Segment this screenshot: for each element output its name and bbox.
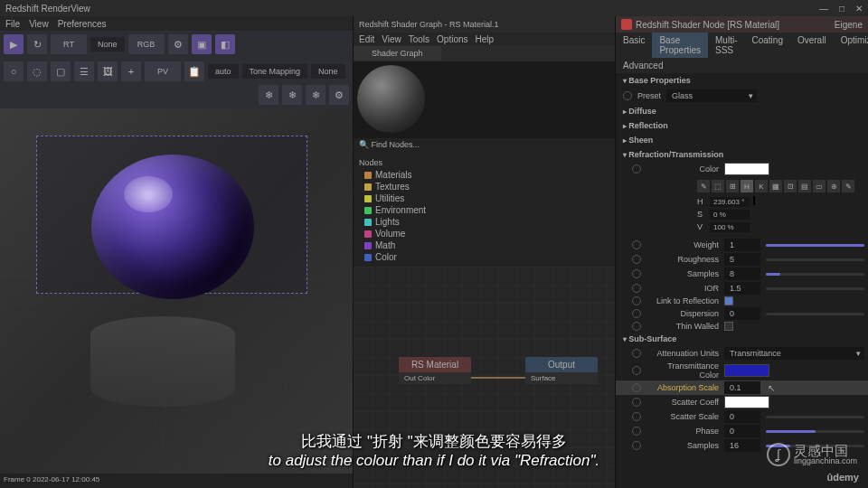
node-category-environment[interactable]: Environment (357, 204, 611, 216)
tab-base-properties[interactable]: Base Properties (652, 33, 708, 58)
h-value[interactable]: 239.603 ° (710, 197, 750, 207)
tab-advanced[interactable]: Advanced (616, 58, 670, 73)
auto-dropdown[interactable]: auto (208, 64, 239, 79)
sg-menu-options[interactable]: Options (437, 34, 467, 44)
close-button[interactable]: ✕ (855, 4, 863, 14)
rt-button[interactable]: RT (51, 34, 87, 54)
scatter-scale-slider[interactable] (766, 416, 864, 418)
region-button[interactable]: ◧ (215, 34, 235, 54)
s-value[interactable]: 0 % (710, 210, 750, 220)
plus-icon[interactable]: + (121, 61, 141, 81)
crop-button[interactable]: ▣ (192, 34, 212, 54)
kf[interactable] (632, 366, 641, 375)
color-mode-button[interactable]: ⊡ (784, 180, 797, 192)
dispersion-slider[interactable] (766, 313, 864, 315)
ior-slider[interactable] (766, 287, 864, 290)
section-sheen[interactable]: Sheen (616, 133, 868, 147)
snowflake-icon[interactable]: ❄ (259, 85, 278, 105)
kf[interactable] (632, 296, 641, 305)
sg-menu-view[interactable]: View (382, 34, 401, 44)
tonemap-dropdown[interactable]: Tone Mapping (242, 64, 308, 79)
samples2-value[interactable]: 16 (724, 439, 760, 452)
maximize-button[interactable]: □ (839, 4, 844, 14)
node-category-color[interactable]: Color (357, 251, 611, 263)
layers-icon[interactable]: ☰ (74, 61, 94, 81)
kf[interactable] (632, 441, 641, 450)
node-category-utilities[interactable]: Utilities (357, 192, 611, 204)
trans-color-swatch[interactable] (724, 364, 769, 377)
play-button[interactable]: ▶ (4, 34, 24, 54)
kf[interactable] (632, 240, 641, 249)
node-output[interactable]: Output Surface (525, 357, 598, 384)
tab-multi-sss[interactable]: Multi-SSS (708, 33, 744, 58)
tab-overall[interactable]: Overall (790, 33, 834, 58)
dashed-circle-icon[interactable]: ◌ (27, 61, 47, 81)
menu-view[interactable]: View (29, 19, 49, 29)
preset-dropdown[interactable]: Glass (666, 89, 757, 102)
thin-walled-checkbox[interactable] (724, 322, 733, 331)
samples-value[interactable]: 8 (724, 267, 760, 280)
section-refraction[interactable]: Refraction/Transmission (616, 147, 868, 162)
render-region-frame[interactable] (36, 136, 307, 294)
kf[interactable] (632, 412, 641, 421)
scatter-coeff-swatch[interactable] (724, 396, 769, 408)
color-mode-button[interactable]: ▤ (798, 180, 811, 192)
weight-slider[interactable] (766, 244, 864, 247)
kf[interactable] (632, 269, 641, 278)
kf[interactable] (632, 255, 641, 264)
roughness-slider[interactable] (766, 258, 864, 261)
v-value[interactable]: 100 % (710, 222, 750, 232)
section-subsurface[interactable]: Sub-Surface (616, 332, 868, 346)
kf[interactable] (632, 398, 641, 407)
layer-name[interactable]: Eigene (835, 20, 863, 30)
section-diffuse[interactable]: Diffuse (616, 104, 868, 118)
copy-icon[interactable]: 📋 (184, 61, 204, 81)
color-mode-button[interactable]: ▭ (813, 180, 826, 192)
phase-slider[interactable] (766, 430, 864, 433)
find-nodes-input[interactable]: 🔍 Find Nodes... (354, 138, 615, 153)
dispersion-value[interactable]: 0 (724, 307, 760, 320)
section-base-properties[interactable]: Base Properties (616, 73, 868, 88)
color-mode-button[interactable]: H (741, 180, 753, 192)
kf[interactable] (632, 427, 641, 436)
color-mode-button[interactable]: ✎ (842, 180, 854, 192)
layer-dropdown[interactable]: None (90, 37, 125, 52)
minimize-button[interactable]: — (819, 4, 828, 14)
node-rs-material[interactable]: RS Material Out Color (399, 357, 471, 384)
color-keyframe[interactable] (632, 164, 641, 174)
pv-button[interactable]: PV (145, 61, 181, 81)
att-units-dropdown[interactable]: Transmittance (724, 347, 864, 360)
roughness-value[interactable]: 5 (724, 253, 760, 266)
snowflake-icon[interactable]: ❄ (282, 85, 302, 105)
sg-menu-help[interactable]: Help (476, 34, 495, 44)
preset-keyframe[interactable] (623, 91, 632, 100)
node-port-surface[interactable]: Surface (525, 372, 598, 384)
node-category-lights[interactable]: Lights (357, 216, 611, 228)
sg-menu-edit[interactable]: Edit (359, 34, 374, 44)
color-swatch[interactable] (724, 163, 769, 175)
refresh-button[interactable]: ↻ (27, 34, 47, 54)
node-category-math[interactable]: Math (357, 239, 611, 251)
kf[interactable] (632, 349, 641, 358)
image-icon[interactable]: 🖼 (98, 61, 118, 81)
node-category-textures[interactable]: Textures (357, 181, 611, 192)
circle-icon[interactable]: ○ (4, 61, 24, 81)
rgb-button[interactable]: RGB (128, 34, 165, 54)
scatter-scale-value[interactable]: 0 (724, 410, 760, 423)
samples-slider[interactable] (766, 273, 864, 276)
tab-optimizations[interactable]: Optimizations (834, 33, 868, 58)
node-port-outcolor[interactable]: Out Color (399, 372, 471, 384)
section-reflection[interactable]: Reflection (616, 118, 868, 133)
tab-shader-graph[interactable]: Shader Graph (354, 46, 441, 61)
render-viewport[interactable] (0, 108, 353, 474)
sg-menu-tools[interactable]: Tools (409, 34, 429, 44)
tab-coating[interactable]: Coating (744, 33, 789, 58)
color-mode-button[interactable]: ✎ (697, 180, 710, 192)
filter-dropdown[interactable]: None (311, 64, 345, 79)
weight-value[interactable]: 1 (724, 239, 760, 251)
snowflake-icon[interactable]: ❄ (306, 85, 326, 105)
abs-scale-value[interactable]: 0.1 (724, 381, 760, 394)
tab-basic[interactable]: Basic (616, 33, 652, 58)
color-mode-button[interactable]: ⬚ (712, 180, 724, 192)
node-category-materials[interactable]: Materials (357, 169, 611, 181)
